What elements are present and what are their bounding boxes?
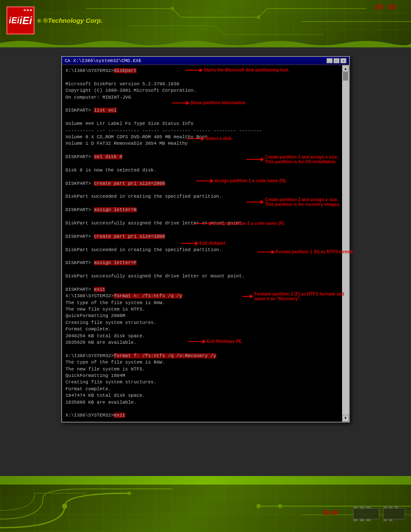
annotation-createpart1-label: Create partition 1 and assign a size. Th… [265, 155, 338, 164]
logo-area: iEi ® ®Technology Corp. [6, 6, 103, 34]
cmd-line-computer: On computer: MININT-JVG [65, 94, 340, 101]
annotation-formatF-arrow [242, 296, 251, 297]
annotation-listvol-label: Show partition information [190, 100, 245, 105]
annotation-assignN: Assign partition 1 a code name (N). [196, 178, 286, 183]
logo-dot-3 [30, 9, 32, 11]
annotation-exit2-arrow [188, 341, 203, 342]
cmd-line-completeF: Format complete. [65, 386, 340, 392]
cmd-line-blank-4 [65, 147, 340, 154]
cmd-scrollbar[interactable]: ▲ ▼ [342, 65, 349, 422]
annotation-seldisk: Select a disk [187, 136, 232, 141]
svg-rect-28 [323, 510, 330, 515]
cmd-line-blank-16 [65, 406, 340, 412]
svg-rect-15 [353, 508, 379, 519]
cmd-highlight-createpart1: create part pri size=2000 [94, 181, 165, 186]
logo-tagline: ® ®Technology Corp. [37, 17, 103, 25]
cmd-title-text: CA X:\I386\system32\CMD.EXE [65, 58, 141, 63]
annotation-createpart2: Create partition 2 and assign a size. Th… [246, 197, 340, 207]
annotation-diskpart-label: Starts the Microsoft disk partitioning t… [204, 68, 289, 72]
technology-corp-label: ®Technology Corp. [43, 17, 103, 24]
cmd-close-button[interactable]: × [340, 58, 346, 63]
annotation-seldisk-label: Select a disk [206, 136, 232, 141]
cmd-line-availF: 1835860 KB are available. [65, 399, 340, 406]
annotation-exit2-label: Exit Windows PE [207, 339, 242, 344]
annotation-createpart1: Create partition 1 and assign a size. Th… [246, 155, 338, 164]
svg-rect-21 [366, 519, 371, 521]
cmd-table-row-1: Volume 1 D FAT32 Removeable 3854 MB Heal… [65, 140, 340, 147]
cmd-line-blank-13 [65, 267, 340, 273]
scrollbar-down-button[interactable]: ▼ [342, 415, 349, 422]
annotation-listvol: Show partition information [172, 100, 245, 105]
svg-rect-16 [353, 506, 358, 508]
cmd-line-blank-1 [65, 74, 340, 81]
svg-rect-25 [395, 506, 398, 508]
cmd-minimize-button[interactable]: _ [327, 58, 333, 63]
svg-point-31 [278, 504, 282, 508]
svg-rect-17 [360, 506, 364, 508]
svg-point-5 [171, 7, 174, 10]
main-content: CA X:\I386\system32\CMD.EXE _ □ × ▲ ▼ [0, 47, 411, 476]
cmd-line-formatF: X:\I386\SYSTEM32>format f: /fs:ntfs /q /… [65, 353, 340, 359]
cmd-highlight-diskpart: diskpart [114, 68, 137, 73]
annotation-createpart2-arrow [246, 202, 262, 202]
svg-rect-20 [360, 519, 364, 521]
annotation-formatN: Format partition 1 (N) as NTFS format. [257, 249, 354, 254]
svg-rect-22 [383, 508, 405, 519]
cmd-line-msver: Microsoft DiskPart version 5.2.3790.1830 [65, 81, 340, 87]
cmd-highlight-assignN: assign letter=N [94, 207, 137, 212]
svg-point-30 [256, 504, 261, 508]
cmd-highlight-exit1: exit [94, 287, 105, 292]
footer-background [0, 476, 411, 532]
annotation-formatN-label: Format partition 1 (N) as NTFS format. [276, 249, 354, 254]
footer-top-wave [0, 476, 411, 485]
annotation-formatF: Formate partition 2 (F) as NTFS formate … [242, 292, 344, 301]
svg-rect-26 [383, 519, 387, 521]
cmd-line-createpart2: DISKPART> create part pri size=1800 [65, 233, 340, 240]
logo-icon: iEi [6, 6, 34, 34]
cmd-line-assignsuccess2: DiskPart successfully assigned the drive… [65, 273, 340, 280]
annotation-exit2: Exit Windows PE [188, 339, 242, 344]
logo-dot-2 [27, 9, 29, 11]
annotation-createpart1-arrow [246, 159, 262, 160]
svg-rect-23 [383, 506, 387, 508]
annotation-listvol-arrow [172, 103, 187, 103]
cmd-line-ntfsN: The new file system is NTFS. [65, 306, 340, 313]
cmd-line-blank-12 [65, 253, 340, 260]
cmd-line-blank-7 [65, 187, 340, 193]
cmd-line-quickF: QuickFormatting 1804M [65, 373, 340, 379]
annotation-assignN-arrow [196, 180, 211, 181]
cmd-line-blank-3 [65, 114, 340, 121]
cmd-highlight-formatF: format f: /fs:ntfs /q /v:Recovery /y [114, 353, 216, 358]
registered-symbol: ® [37, 18, 41, 24]
cmd-controls[interactable]: _ □ × [327, 58, 346, 63]
cmd-highlight-seldisk: sel disk 0 [94, 154, 122, 159]
cmd-line-exit2: X:\I386\SYSTEM32>exit [65, 412, 340, 419]
cmd-highlight-formatN: format n: /fs:ntfs /q /y [114, 293, 182, 299]
scrollbar-up-button[interactable]: ▲ [342, 65, 349, 72]
svg-point-6 [257, 16, 260, 19]
cmd-table-divider: ---------- --- ----------- ------ ------… [65, 128, 340, 134]
annotation-assignN-label: Assign partition 1 a code name (N). [215, 178, 286, 183]
cmd-line-assignN: DISKPART> assign letter=N [65, 207, 340, 213]
scrollbar-thumb[interactable] [343, 72, 348, 81]
annotation-createpart2-label: Create partition 2 and assign a size. Th… [265, 197, 340, 207]
header-background: iEi ® ®Technology Corp. [0, 0, 411, 47]
annotation-exit1: Exit diskpart [181, 241, 225, 246]
cmd-table-header: Volume ### Ltr Label Fs Type Size Status… [65, 121, 340, 127]
cmd-line-creatingF: Creating file system structures. [65, 379, 340, 386]
svg-rect-19 [353, 519, 358, 521]
svg-rect-29 [332, 510, 338, 515]
annotation-formatF-label: Formate partition 2 (F) as NTFS formate … [254, 292, 344, 301]
cmd-titlebar: CA X:\I386\system32\CMD.EXE _ □ × [62, 57, 349, 65]
cmd-line-blank-9 [65, 214, 340, 220]
cmd-line-creatingN: Creating file system structures. [65, 320, 340, 326]
logo-dots [24, 9, 32, 11]
svg-line-8 [215, 26, 224, 34]
cmd-window: CA X:\I386\system32\CMD.EXE _ □ × ▲ ▼ [61, 56, 350, 423]
cmd-line-blank-15 [65, 346, 340, 352]
cmd-highlight-createpart2: create part pri size=1800 [94, 234, 165, 239]
cmd-line-completeN: Format complete. [65, 326, 340, 333]
cmd-maximize-button[interactable]: □ [333, 58, 339, 63]
footer-circuit-svg [0, 485, 411, 532]
cmd-line-quickN: QuickFormatting 2000M [65, 313, 340, 319]
